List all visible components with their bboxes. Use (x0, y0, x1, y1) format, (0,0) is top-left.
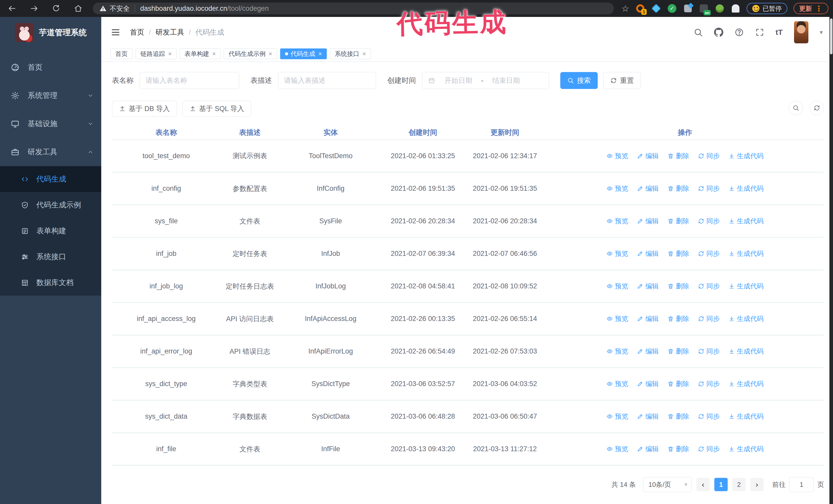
delete-link[interactable]: 删除 (667, 217, 689, 225)
generate-code-link[interactable]: 生成代码 (729, 184, 764, 193)
show-search-toggle-button[interactable] (789, 101, 803, 115)
tab-codegen[interactable]: 代码生成× (280, 48, 327, 59)
edit-link[interactable]: 编辑 (637, 249, 659, 258)
delete-link[interactable]: 删除 (667, 412, 689, 421)
paused-badge[interactable]: 已暂停 (747, 3, 787, 14)
update-button[interactable]: 更新⋮ (793, 3, 828, 14)
preview-link[interactable]: 预览 (606, 379, 628, 388)
table-desc-input[interactable] (278, 72, 376, 89)
tab-home[interactable]: 首页 (111, 48, 133, 59)
close-icon[interactable]: × (362, 51, 366, 57)
tab-system-api[interactable]: 系统接口× (330, 48, 371, 59)
preview-link[interactable]: 预览 (606, 314, 628, 323)
sync-link[interactable]: 同步 (698, 282, 720, 291)
delete-link[interactable]: 删除 (667, 151, 689, 161)
delete-link[interactable]: 删除 (667, 184, 689, 193)
generate-code-link[interactable]: 生成代码 (729, 379, 764, 388)
preview-link[interactable]: 预览 (606, 151, 628, 161)
tab-tracing[interactable]: 链路追踪× (136, 48, 176, 59)
delete-link[interactable]: 删除 (667, 379, 689, 388)
goto-page-input[interactable] (789, 477, 814, 492)
preview-link[interactable]: 预览 (606, 445, 628, 454)
tab-codegen-demo[interactable]: 代码生成示例× (224, 48, 277, 59)
sync-link[interactable]: 同步 (698, 314, 720, 323)
edit-link[interactable]: 编辑 (637, 314, 659, 323)
page-size-select[interactable]: 10条/页 ▾ (643, 477, 692, 492)
breadcrumb-home[interactable]: 首页 (130, 27, 144, 37)
sync-link[interactable]: 同步 (698, 445, 720, 454)
close-icon[interactable]: × (269, 51, 272, 57)
db-import-button[interactable]: 基于 DB 导入 (112, 101, 177, 117)
bookmark-star-icon[interactable]: ☆ (622, 4, 629, 13)
date-range-picker[interactable]: - (422, 72, 549, 89)
home-icon[interactable] (74, 4, 82, 13)
next-page-button[interactable]: › (750, 478, 764, 491)
delete-link[interactable]: 删除 (667, 314, 689, 323)
sidebar-item-system-api[interactable]: 系统接口 (0, 244, 101, 270)
font-size-icon[interactable]: tT (776, 28, 783, 37)
reload-icon[interactable] (52, 4, 61, 13)
edit-link[interactable]: 编辑 (637, 445, 659, 454)
delete-link[interactable]: 删除 (667, 347, 689, 356)
extension-icon-grid[interactable] (683, 4, 693, 13)
edit-link[interactable]: 编辑 (637, 347, 659, 356)
sync-link[interactable]: 同步 (698, 249, 720, 258)
page-number-2[interactable]: 2 (732, 478, 745, 491)
close-icon[interactable]: × (212, 51, 216, 57)
sql-import-button[interactable]: 基于 SQL 导入 (183, 101, 251, 117)
close-icon[interactable]: × (168, 51, 172, 57)
delete-link[interactable]: 删除 (667, 249, 689, 258)
sidebar-item-codegen-demo[interactable]: 代码生成示例 (0, 192, 101, 218)
sync-link[interactable]: 同步 (698, 217, 720, 225)
delete-link[interactable]: 删除 (667, 445, 689, 454)
generate-code-link[interactable]: 生成代码 (729, 217, 764, 225)
edit-link[interactable]: 编辑 (637, 412, 659, 421)
close-icon[interactable]: × (318, 51, 322, 57)
extension-icon-gem[interactable] (651, 4, 661, 13)
page-scrollbar[interactable] (829, 17, 833, 504)
sidebar-item-home[interactable]: 首页 (0, 53, 101, 81)
generate-code-link[interactable]: 生成代码 (729, 347, 764, 356)
breadcrumb-devtools[interactable]: 研发工具 (156, 27, 184, 37)
preview-link[interactable]: 预览 (606, 249, 628, 258)
edit-link[interactable]: 编辑 (637, 217, 659, 225)
sidebar-item-system[interactable]: 系统管理 (0, 81, 101, 110)
sync-link[interactable]: 同步 (698, 184, 720, 193)
start-date-input[interactable] (437, 77, 480, 85)
preview-link[interactable]: 预览 (606, 184, 628, 193)
edit-link[interactable]: 编辑 (637, 184, 659, 193)
sidebar-item-form-builder[interactable]: 表单构建 (0, 218, 101, 244)
tab-form-builder[interactable]: 表单构建× (180, 48, 221, 59)
forward-icon[interactable] (30, 4, 39, 13)
preview-link[interactable]: 预览 (606, 412, 628, 421)
extension-icon-dark[interactable]: on (699, 4, 709, 13)
delete-link[interactable]: 删除 (667, 282, 689, 291)
sync-link[interactable]: 同步 (698, 412, 720, 421)
scrollbar-thumb[interactable] (830, 19, 832, 54)
refresh-table-button[interactable] (810, 101, 824, 115)
sidebar-item-db-doc[interactable]: 数据库文档 (0, 270, 101, 295)
sidebar-item-devtools[interactable]: 研发工具 (0, 138, 101, 166)
sidebar-item-infra[interactable]: 基础设施 (0, 110, 101, 138)
generate-code-link[interactable]: 生成代码 (729, 314, 764, 323)
page-number-1[interactable]: 1 (714, 478, 728, 491)
search-button[interactable]: 搜索 (560, 72, 598, 89)
generate-code-link[interactable]: 生成代码 (729, 249, 764, 258)
caret-down-icon[interactable]: ▾ (820, 29, 823, 36)
edit-link[interactable]: 编辑 (637, 282, 659, 291)
back-icon[interactable] (8, 4, 17, 13)
edit-link[interactable]: 编辑 (637, 151, 659, 161)
security-label[interactable]: 不安全 (110, 4, 130, 13)
hamburger-icon[interactable] (111, 27, 121, 38)
sync-link[interactable]: 同步 (698, 347, 720, 356)
prev-page-button[interactable]: ‹ (696, 478, 710, 491)
search-icon[interactable] (694, 28, 703, 37)
extension-icon-ghost[interactable] (731, 4, 740, 13)
address-bar[interactable]: 不安全 dashboard.yudao.iocoder.cn /tool/cod… (93, 3, 614, 14)
generate-code-link[interactable]: 生成代码 (729, 282, 764, 291)
extension-icon-orange[interactable]: 1 (635, 4, 645, 13)
preview-link[interactable]: 预览 (606, 347, 628, 356)
generate-code-link[interactable]: 生成代码 (729, 412, 764, 421)
sync-link[interactable]: 同步 (698, 379, 720, 388)
github-icon[interactable] (714, 28, 723, 37)
